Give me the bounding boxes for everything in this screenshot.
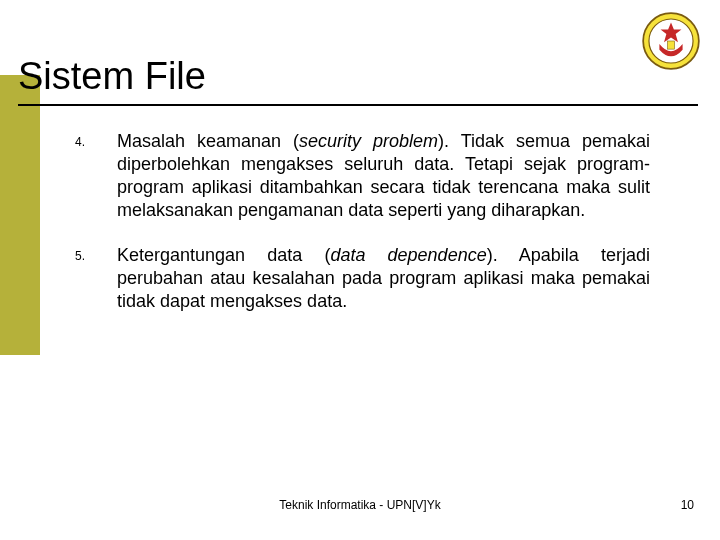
item-italic-term: data dependence <box>330 245 486 265</box>
logo-crest <box>642 12 700 70</box>
page-title: Sistem File <box>18 55 206 98</box>
slide: Sistem File 4. Masalah keamanan (securit… <box>0 0 720 540</box>
item-lead: Masalah keamanan ( <box>117 131 299 151</box>
crest-icon <box>642 12 700 70</box>
item-number: 4. <box>75 130 117 222</box>
svg-rect-2 <box>668 41 675 49</box>
footer-text: Teknik Informatika - UPN[V]Yk <box>0 498 720 512</box>
item-number: 5. <box>75 244 117 313</box>
title-underline <box>18 104 698 106</box>
content-area: 4. Masalah keamanan (security problem). … <box>75 130 650 335</box>
item-body: Masalah keamanan (security problem). Tid… <box>117 130 650 222</box>
list-item: 5. Ketergantungan data (data dependence)… <box>75 244 650 313</box>
item-lead: Ketergantungan data ( <box>117 245 330 265</box>
item-body: Ketergantungan data (data dependence). A… <box>117 244 650 313</box>
list-item: 4. Masalah keamanan (security problem). … <box>75 130 650 222</box>
page-number: 10 <box>681 498 694 512</box>
decorative-sidebar <box>0 75 40 355</box>
item-italic-term: security problem <box>299 131 438 151</box>
